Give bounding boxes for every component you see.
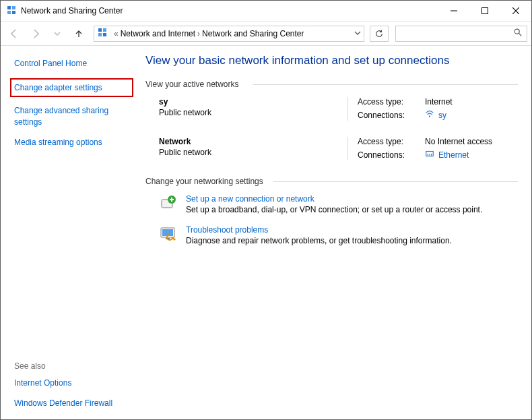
sidebar-change-advanced-sharing[interactable]: Change advanced sharing settings [14, 105, 133, 127]
wifi-icon [425, 109, 434, 121]
svg-rect-3 [12, 11, 15, 14]
close-button[interactable] [500, 1, 531, 21]
svg-line-26 [172, 237, 175, 240]
active-networks-heading: View your active networks [145, 80, 518, 89]
connection-link[interactable]: Ethernet [438, 150, 469, 160]
sidebar: Control Panel Home Change adapter settin… [1, 46, 139, 419]
label-connections: Connections: [358, 150, 418, 160]
sidebar-media-streaming[interactable]: Media streaming options [14, 137, 133, 148]
svg-rect-9 [103, 28, 106, 32]
label-connections: Connections: [358, 111, 418, 120]
forward-button[interactable] [26, 24, 45, 43]
network-name: sy [159, 97, 347, 107]
highlight-box: Change adapter settings [10, 78, 133, 97]
crumb-root-sep: « [114, 29, 119, 38]
minimize-button[interactable] [438, 1, 469, 21]
seealso-windows-defender-firewall[interactable]: Windows Defender Firewall [14, 398, 133, 409]
new-connection-icon [159, 194, 178, 212]
settings-link-troubleshoot[interactable]: Troubleshoot problems [186, 225, 268, 235]
app-icon [6, 5, 17, 18]
network-row: sy Public network Access type: Internet … [159, 97, 518, 121]
location-icon [97, 27, 108, 40]
settings-link-new-connection[interactable]: Set up a new connection or network [186, 194, 314, 204]
search-icon[interactable] [513, 28, 523, 39]
svg-rect-11 [103, 33, 106, 36]
network-details: Access type: No Internet access Connecti… [358, 137, 492, 160]
svg-rect-0 [7, 6, 11, 9]
network-row: Network Public network Access type: No I… [159, 137, 518, 160]
body: Control Panel Home Change adapter settin… [1, 46, 531, 419]
window-root: Network and Sharing Center [0, 0, 532, 420]
vertical-divider [347, 97, 348, 121]
vertical-divider [347, 137, 348, 160]
sidebar-spacer [14, 157, 133, 361]
svg-rect-1 [12, 6, 15, 9]
svg-rect-2 [7, 11, 11, 14]
sidebar-change-adapter-settings[interactable]: Change adapter settings [14, 82, 129, 93]
svg-rect-8 [98, 28, 102, 32]
up-button[interactable] [69, 24, 88, 43]
network-type: Public network [159, 148, 347, 157]
crumb-level2[interactable]: Network and Sharing Center [202, 29, 304, 38]
recent-dropdown[interactable] [48, 24, 67, 43]
divider [273, 181, 518, 182]
change-settings-heading: Change your networking settings [145, 177, 518, 186]
settings-item-troubleshoot: Troubleshoot problems Diagnose and repai… [159, 225, 518, 245]
chevron-icon[interactable]: › [197, 29, 200, 38]
refresh-button[interactable] [370, 26, 389, 42]
network-name: Network [159, 137, 347, 146]
svg-rect-10 [98, 33, 102, 36]
address-dropdown[interactable] [354, 29, 361, 38]
ethernet-icon [425, 149, 434, 160]
svg-line-13 [519, 34, 522, 36]
network-type: Public network [159, 108, 347, 117]
page-title: View your basic network information and … [145, 54, 518, 67]
label-access-type: Access type: [358, 97, 418, 107]
label-access-type: Access type: [358, 137, 418, 146]
maximize-button[interactable] [469, 1, 500, 21]
address-bar[interactable]: « Network and Internet › Network and Sha… [94, 26, 364, 42]
back-button[interactable] [5, 24, 24, 43]
seealso-heading: See also [14, 361, 133, 371]
settings-desc: Set up a broadband, dial-up, or VPN conn… [186, 205, 482, 214]
troubleshoot-icon [159, 225, 178, 243]
divider [253, 84, 518, 85]
connection-link[interactable]: sy [438, 111, 446, 120]
toolbar: « Network and Internet › Network and Sha… [1, 22, 531, 46]
search-box[interactable] [395, 26, 527, 42]
value-access-type: No Internet access [425, 137, 492, 146]
svg-rect-5 [482, 8, 488, 14]
crumb-level1[interactable]: Network and Internet [121, 29, 195, 38]
sidebar-control-panel-home[interactable]: Control Panel Home [14, 58, 133, 69]
network-details: Access type: Internet Connections: sy [358, 97, 453, 121]
titlebar: Network and Sharing Center [1, 1, 531, 22]
settings-item-new-connection: Set up a new connection or network Set u… [159, 194, 518, 214]
window-title: Network and Sharing Center [21, 6, 438, 16]
network-identity: Network Public network [159, 137, 347, 160]
svg-point-12 [514, 29, 519, 34]
network-identity: sy Public network [159, 97, 347, 121]
value-access-type: Internet [425, 97, 453, 107]
seealso-internet-options[interactable]: Internet Options [14, 378, 133, 388]
main-pane: View your basic network information and … [139, 46, 531, 419]
svg-point-14 [429, 115, 430, 117]
settings-desc: Diagnose and repair network problems, or… [186, 236, 452, 245]
search-input[interactable] [400, 29, 513, 38]
